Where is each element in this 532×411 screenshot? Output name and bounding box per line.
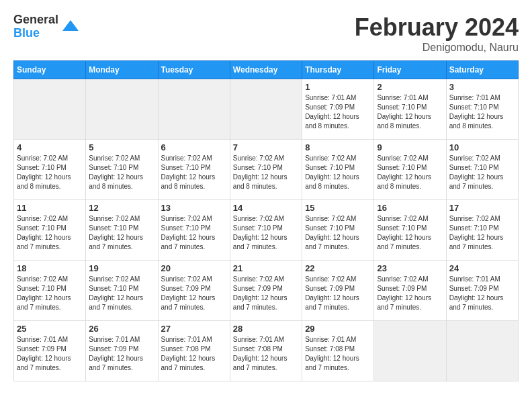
day-number: 29 <box>305 324 371 334</box>
calendar-cell: 4Sunrise: 7:02 AM Sunset: 7:10 PM Daylig… <box>14 140 86 200</box>
day-info: Sunrise: 7:01 AM Sunset: 7:08 PM Dayligh… <box>233 335 299 373</box>
day-info: Sunrise: 7:02 AM Sunset: 7:10 PM Dayligh… <box>17 214 83 252</box>
calendar-cell: 26Sunrise: 7:01 AM Sunset: 7:09 PM Dayli… <box>86 321 158 381</box>
calendar-week-1: 1Sunrise: 7:01 AM Sunset: 7:09 PM Daylig… <box>14 79 519 140</box>
day-info: Sunrise: 7:02 AM Sunset: 7:09 PM Dayligh… <box>305 275 371 312</box>
day-info: Sunrise: 7:02 AM Sunset: 7:09 PM Dayligh… <box>161 275 227 312</box>
calendar-cell: 13Sunrise: 7:02 AM Sunset: 7:10 PM Dayli… <box>158 200 230 261</box>
logo-blue: Blue <box>13 27 58 40</box>
calendar-week-3: 11Sunrise: 7:02 AM Sunset: 7:10 PM Dayli… <box>14 200 519 261</box>
logo-icon <box>61 17 80 36</box>
weekday-header-monday: Monday <box>86 61 158 79</box>
day-info: Sunrise: 7:02 AM Sunset: 7:10 PM Dayligh… <box>305 154 371 191</box>
day-info: Sunrise: 7:02 AM Sunset: 7:10 PM Dayligh… <box>161 154 227 191</box>
day-number: 10 <box>449 142 515 152</box>
calendar-cell: 25Sunrise: 7:01 AM Sunset: 7:09 PM Dayli… <box>14 321 86 381</box>
weekday-header-thursday: Thursday <box>302 61 374 79</box>
day-info: Sunrise: 7:01 AM Sunset: 7:10 PM Dayligh… <box>449 93 515 131</box>
calendar-cell: 15Sunrise: 7:02 AM Sunset: 7:10 PM Dayli… <box>302 200 374 261</box>
calendar-cell: 28Sunrise: 7:01 AM Sunset: 7:08 PM Dayli… <box>230 321 302 381</box>
day-number: 5 <box>89 142 154 152</box>
day-number: 4 <box>17 142 83 152</box>
day-number: 26 <box>89 324 154 334</box>
calendar-cell: 22Sunrise: 7:02 AM Sunset: 7:09 PM Dayli… <box>302 261 374 321</box>
calendar-cell: 17Sunrise: 7:02 AM Sunset: 7:10 PM Dayli… <box>446 200 518 261</box>
day-info: Sunrise: 7:02 AM Sunset: 7:10 PM Dayligh… <box>233 154 299 191</box>
calendar-cell: 11Sunrise: 7:02 AM Sunset: 7:10 PM Dayli… <box>14 200 86 261</box>
calendar-cell: 12Sunrise: 7:02 AM Sunset: 7:10 PM Dayli… <box>86 200 158 261</box>
day-info: Sunrise: 7:01 AM Sunset: 7:10 PM Dayligh… <box>377 93 443 131</box>
calendar-cell: 1Sunrise: 7:01 AM Sunset: 7:09 PM Daylig… <box>302 79 374 140</box>
calendar-header: SundayMondayTuesdayWednesdayThursdayFrid… <box>14 61 519 79</box>
day-info: Sunrise: 7:02 AM Sunset: 7:09 PM Dayligh… <box>377 275 443 312</box>
day-number: 22 <box>305 263 371 273</box>
calendar-body: 1Sunrise: 7:01 AM Sunset: 7:09 PM Daylig… <box>14 79 519 381</box>
calendar-cell: 18Sunrise: 7:02 AM Sunset: 7:10 PM Dayli… <box>14 261 86 321</box>
calendar-cell <box>86 79 158 140</box>
day-number: 27 <box>161 324 227 334</box>
calendar-table: SundayMondayTuesdayWednesdayThursdayFrid… <box>13 60 519 381</box>
day-info: Sunrise: 7:02 AM Sunset: 7:10 PM Dayligh… <box>233 214 299 252</box>
title-section: February 2024 Denigomodu, Nauru <box>355 13 519 54</box>
logo-general: General <box>13 13 58 27</box>
calendar-cell <box>230 79 302 140</box>
day-number: 11 <box>17 203 83 213</box>
day-number: 23 <box>377 263 443 273</box>
calendar-cell <box>374 321 446 381</box>
day-number: 14 <box>233 203 299 213</box>
day-number: 3 <box>449 82 515 92</box>
calendar-cell: 14Sunrise: 7:02 AM Sunset: 7:10 PM Dayli… <box>230 200 302 261</box>
day-number: 13 <box>161 203 227 213</box>
weekday-header-sunday: Sunday <box>14 61 86 79</box>
calendar-cell <box>446 321 518 381</box>
calendar-cell: 16Sunrise: 7:02 AM Sunset: 7:10 PM Dayli… <box>374 200 446 261</box>
day-info: Sunrise: 7:02 AM Sunset: 7:09 PM Dayligh… <box>233 275 299 312</box>
svg-marker-0 <box>62 20 79 31</box>
day-number: 18 <box>17 263 83 273</box>
day-info: Sunrise: 7:02 AM Sunset: 7:10 PM Dayligh… <box>17 154 83 191</box>
calendar-cell: 20Sunrise: 7:02 AM Sunset: 7:09 PM Dayli… <box>158 261 230 321</box>
weekday-header-friday: Friday <box>374 61 446 79</box>
calendar-week-2: 4Sunrise: 7:02 AM Sunset: 7:10 PM Daylig… <box>14 140 519 200</box>
calendar-cell: 24Sunrise: 7:01 AM Sunset: 7:09 PM Dayli… <box>446 261 518 321</box>
calendar-cell: 9Sunrise: 7:02 AM Sunset: 7:10 PM Daylig… <box>374 140 446 200</box>
calendar-cell: 2Sunrise: 7:01 AM Sunset: 7:10 PM Daylig… <box>374 79 446 140</box>
day-info: Sunrise: 7:02 AM Sunset: 7:10 PM Dayligh… <box>305 214 371 252</box>
calendar-cell: 5Sunrise: 7:02 AM Sunset: 7:10 PM Daylig… <box>86 140 158 200</box>
day-number: 12 <box>89 203 154 213</box>
day-number: 19 <box>89 263 154 273</box>
day-info: Sunrise: 7:02 AM Sunset: 7:10 PM Dayligh… <box>377 154 443 191</box>
day-number: 9 <box>377 142 443 152</box>
calendar-cell: 23Sunrise: 7:02 AM Sunset: 7:09 PM Dayli… <box>374 261 446 321</box>
day-number: 7 <box>233 142 299 152</box>
weekday-header-saturday: Saturday <box>446 61 518 79</box>
page-header: General Blue February 2024 Denigomodu, N… <box>13 13 519 54</box>
day-info: Sunrise: 7:01 AM Sunset: 7:08 PM Dayligh… <box>305 335 371 373</box>
day-number: 6 <box>161 142 227 152</box>
day-info: Sunrise: 7:02 AM Sunset: 7:10 PM Dayligh… <box>89 275 154 312</box>
month-year-title: February 2024 <box>355 13 519 42</box>
day-info: Sunrise: 7:01 AM Sunset: 7:09 PM Dayligh… <box>449 275 515 312</box>
logo: General Blue <box>13 13 80 40</box>
day-info: Sunrise: 7:02 AM Sunset: 7:10 PM Dayligh… <box>449 154 515 191</box>
day-number: 16 <box>377 203 443 213</box>
day-number: 20 <box>161 263 227 273</box>
calendar-cell: 7Sunrise: 7:02 AM Sunset: 7:10 PM Daylig… <box>230 140 302 200</box>
calendar-cell: 21Sunrise: 7:02 AM Sunset: 7:09 PM Dayli… <box>230 261 302 321</box>
calendar-cell: 3Sunrise: 7:01 AM Sunset: 7:10 PM Daylig… <box>446 79 518 140</box>
day-number: 8 <box>305 142 371 152</box>
day-number: 17 <box>449 203 515 213</box>
weekday-header-tuesday: Tuesday <box>158 61 230 79</box>
calendar-cell: 6Sunrise: 7:02 AM Sunset: 7:10 PM Daylig… <box>158 140 230 200</box>
day-number: 1 <box>305 82 371 92</box>
day-number: 24 <box>449 263 515 273</box>
day-info: Sunrise: 7:02 AM Sunset: 7:10 PM Dayligh… <box>161 214 227 252</box>
calendar-cell: 19Sunrise: 7:02 AM Sunset: 7:10 PM Dayli… <box>86 261 158 321</box>
day-info: Sunrise: 7:02 AM Sunset: 7:10 PM Dayligh… <box>17 275 83 312</box>
calendar-week-5: 25Sunrise: 7:01 AM Sunset: 7:09 PM Dayli… <box>14 321 519 381</box>
day-info: Sunrise: 7:01 AM Sunset: 7:09 PM Dayligh… <box>305 93 371 131</box>
day-info: Sunrise: 7:01 AM Sunset: 7:09 PM Dayligh… <box>17 335 83 373</box>
calendar-week-4: 18Sunrise: 7:02 AM Sunset: 7:10 PM Dayli… <box>14 261 519 321</box>
calendar-cell <box>158 79 230 140</box>
calendar-cell: 10Sunrise: 7:02 AM Sunset: 7:10 PM Dayli… <box>446 140 518 200</box>
